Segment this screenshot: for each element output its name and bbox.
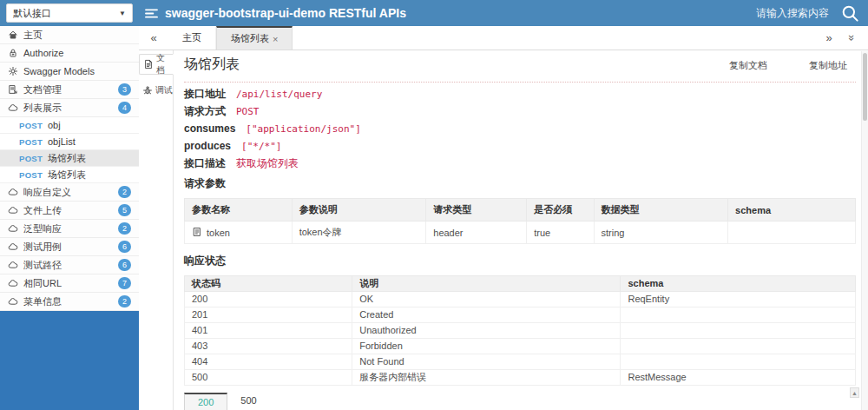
count-badge: 5 — [118, 204, 131, 216]
tab-menu-chevron-down-icon[interactable]: » — [845, 29, 858, 48]
expand-tabs-icon[interactable]: » — [819, 31, 838, 44]
param-in: header — [426, 222, 527, 244]
status-schema — [621, 323, 856, 339]
bug-icon — [142, 85, 153, 96]
tabs-holder: 主页场馆列表× — [168, 26, 293, 50]
document-tab[interactable]: 主页 — [168, 26, 216, 50]
sidebar-api-item[interactable]: POST场馆列表 — [0, 150, 139, 167]
count-badge: 2 — [118, 186, 131, 198]
response-status-table: 状态码说明schema 200OKReqEntity201Created401U… — [184, 275, 856, 386]
api-meta-line: consumes["application/json"] — [184, 123, 856, 135]
sidebar-api-item[interactable]: POSTobjList — [0, 134, 139, 150]
param-type: string — [594, 222, 728, 244]
meta-label: 接口描述 — [184, 157, 226, 169]
count-badge: 6 — [118, 241, 131, 253]
sidebar-api-item[interactable]: POST场馆列表 — [0, 167, 139, 183]
app-title-text: swagger-bootstrap-ui-demo RESTful APIs — [165, 6, 406, 20]
api-group-select[interactable]: 默认接口 ▼ — [6, 3, 133, 23]
sidebar-api-item[interactable]: POSTobj — [0, 117, 139, 134]
sidebar-item[interactable]: Swagger Models — [0, 63, 139, 81]
top-header: 默认接口 ▼ swagger-bootstrap-ui-demo RESTful… — [0, 0, 868, 26]
sidebar-item[interactable]: 测试用例6 — [0, 238, 139, 256]
request-params-title: 请求参数 — [184, 176, 856, 191]
sidebar-item-label: 响应自定义 — [23, 186, 118, 199]
copy-doc-link[interactable]: 复制文档 — [729, 59, 767, 72]
page-title: 场馆列表 — [184, 56, 240, 74]
status-desc: Not Found — [352, 354, 621, 370]
sidebar-item-label: 主页 — [23, 29, 131, 42]
doc-icon — [143, 59, 154, 69]
sidebar-item[interactable]: 测试路径6 — [0, 256, 139, 274]
status-code: 200 — [185, 292, 352, 308]
count-badge: 2 — [118, 222, 131, 235]
doc-debug-tabs: 文档调试 — [139, 50, 174, 410]
gear-icon — [8, 66, 23, 76]
meta-label: produces — [184, 140, 231, 152]
sidebar-item[interactable]: 响应自定义2 — [0, 183, 139, 202]
tab-label: 主页 — [182, 31, 201, 44]
api-meta-line: produces["*/*"] — [184, 141, 856, 152]
sidebar-item-label: 相同URL — [23, 277, 118, 290]
api-group-select-value: 默认接口 — [13, 7, 51, 20]
tabbar-right: » » — [819, 26, 868, 50]
table-row: 401Unauthorized — [185, 323, 856, 339]
vtab-debug[interactable]: 调试 — [139, 80, 173, 101]
meta-value: ["*/*"] — [241, 141, 281, 152]
sidebar-item[interactable]: 主页 — [0, 26, 139, 44]
http-method-label: POST — [19, 121, 48, 130]
scrollbar-thumb[interactable] — [863, 53, 867, 121]
api-item-label: 场馆列表 — [48, 152, 86, 165]
sidebar-item-label: 文档管理 — [23, 83, 118, 96]
dotted-divider — [184, 82, 856, 83]
select-caret-icon: ▼ — [119, 10, 126, 17]
app-title: swagger-bootstrap-ui-demo RESTful APIs — [145, 6, 406, 20]
count-badge: 2 — [118, 295, 131, 308]
sidebar-item[interactable]: 菜单信息2 — [0, 293, 139, 311]
collapse-tabs-icon[interactable]: « — [139, 26, 168, 50]
content-scrollbar — [861, 51, 868, 410]
sidebar-item[interactable]: 列表展示4 — [0, 99, 139, 117]
search-input[interactable] — [699, 7, 829, 19]
table-header-cell: schema — [621, 276, 856, 292]
inner-scrollbar-up-icon[interactable]: ▲ — [850, 387, 859, 398]
sidebar-item[interactable]: 文件上传5 — [0, 202, 139, 220]
sidebar-item[interactable]: Authorize — [0, 44, 139, 63]
vtab-document[interactable]: 文档 — [139, 54, 174, 75]
table-row: 403Forbidden — [185, 339, 856, 354]
table-header-cell: 参数说明 — [292, 199, 426, 222]
cloud-icon — [8, 278, 23, 288]
status-tab-500[interactable]: 500 — [227, 393, 269, 410]
sidebar-item[interactable]: 泛型响应2 — [0, 220, 139, 238]
status-desc: Forbidden — [352, 339, 621, 354]
document-tab[interactable]: 场馆列表× — [216, 26, 293, 50]
search-icon[interactable] — [841, 4, 859, 23]
vtab-label: 文档 — [156, 52, 173, 76]
status-schema: RestMessage — [621, 370, 856, 386]
tab-close-icon[interactable]: × — [273, 34, 278, 44]
table-row: 404Not Found — [185, 354, 856, 370]
http-method-label: POST — [19, 154, 48, 163]
status-tab-200[interactable]: 200 — [184, 393, 227, 410]
cloud-icon — [8, 241, 23, 252]
status-code: 401 — [185, 323, 352, 339]
swagger-bootstrap-ui-app: 默认接口 ▼ swagger-bootstrap-ui-demo RESTful… — [0, 0, 868, 410]
http-method-label: POST — [19, 170, 48, 180]
status-desc: OK — [352, 292, 621, 308]
api-item-label: 场馆列表 — [48, 169, 86, 182]
param-desc: token令牌 — [292, 222, 426, 244]
status-desc: Created — [352, 308, 621, 323]
api-meta-line: 接口地址/api/list/query — [184, 89, 856, 100]
copy-url-link[interactable]: 复制地址 — [809, 59, 847, 72]
sidebar-item-label: 列表展示 — [23, 102, 118, 115]
sidebar-filler — [0, 311, 139, 410]
table-header-cell: schema — [728, 199, 856, 222]
sidebar-item[interactable]: 文档管理3 — [0, 81, 139, 99]
cloud-icon — [8, 223, 23, 234]
meta-value: ["application/json"] — [246, 123, 360, 135]
table-row: 201Created — [185, 308, 856, 323]
api-meta: 接口地址/api/list/query请求方式POSTconsumes["app… — [184, 89, 856, 169]
home-icon — [8, 30, 23, 40]
sidebar-item[interactable]: 相同URL7 — [0, 274, 139, 293]
cloud-icon — [8, 296, 23, 307]
table-header-cell: 参数名称 — [185, 199, 293, 222]
